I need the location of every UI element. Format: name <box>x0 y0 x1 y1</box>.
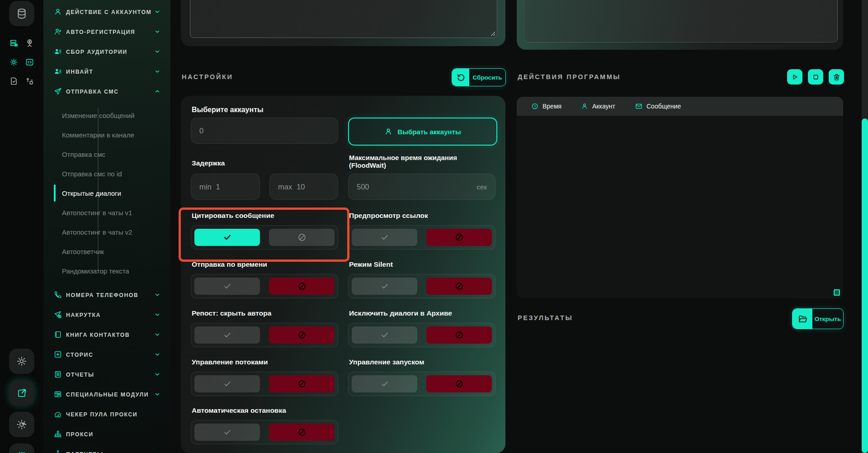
open-external-button[interactable] <box>9 380 34 406</box>
toggle-group-exclude-archive-dialogs <box>348 323 495 347</box>
play-icon <box>791 73 799 81</box>
contacts-book-icon <box>54 330 62 339</box>
chevron-down-icon <box>154 68 160 75</box>
toggle-group-link-preview <box>348 225 495 250</box>
toggle-yes-button[interactable] <box>194 424 260 441</box>
toggle-yes-button[interactable] <box>194 326 260 344</box>
settings-button[interactable] <box>9 349 34 374</box>
sidebar-item-send-sms[interactable]: ОТПРАВКА СМС <box>43 81 170 101</box>
database-button[interactable] <box>9 1 34 26</box>
toggle-label: Отправка по времени <box>192 260 267 269</box>
toggle-label: Цитировать сообщение <box>192 212 274 220</box>
document-check-icon[interactable] <box>9 77 18 85</box>
toggle-no-button[interactable] <box>269 278 335 295</box>
webcam-user-icon[interactable] <box>25 39 34 47</box>
floodwait-input[interactable]: 500 сек <box>348 174 495 200</box>
column-header-account: Аккаунт <box>581 97 615 116</box>
chevron-down-icon <box>154 351 160 358</box>
message-textarea[interactable] <box>190 0 497 38</box>
brightness-button[interactable] <box>9 412 34 437</box>
table-resize-handle[interactable] <box>834 289 840 296</box>
toggle-no-button[interactable] <box>426 375 492 392</box>
user-icon <box>54 8 62 16</box>
app-window: ДЕЙСТВИЕ С АККАУНТОМ АВТО-РЕГИСТРАЦИЯ СБ… <box>0 0 868 453</box>
accounts-input[interactable]: 0 <box>191 118 338 144</box>
open-results-button[interactable]: Открыть <box>792 308 844 329</box>
toggle-yes-button[interactable] <box>352 278 417 295</box>
sliders-button[interactable] <box>9 444 34 453</box>
toggle-label: Предпросмотр ссылок <box>349 212 428 220</box>
delay-max-input[interactable]: max10 <box>269 174 338 200</box>
sidebar-item-proxy-pool-checker[interactable]: ЧЕКЕР ПУЛА ПРОКСИ <box>43 404 170 424</box>
sidebar-subitem-autoresponder[interactable]: Автоответчик <box>43 242 161 261</box>
sidebar-item-special-modules[interactable]: СПЕЦИАЛЬНЫЕ МОДУЛИ <box>43 384 170 404</box>
sidebar-subitem-text-randomizer[interactable]: Рандомизатор текста <box>43 261 161 281</box>
toggle-yes-button[interactable] <box>194 229 260 246</box>
sidebar-item-auto-registration[interactable]: АВТО-РЕГИСТРАЦИЯ <box>43 22 170 42</box>
delete-button[interactable] <box>829 69 844 85</box>
toggle-yes-button[interactable] <box>352 229 417 246</box>
scrollbar-thumb[interactable] <box>862 118 868 453</box>
select-accounts-button[interactable]: Выбрать аккаунты <box>348 118 497 146</box>
swap-icon[interactable] <box>25 77 34 85</box>
gear-icon[interactable] <box>9 58 18 66</box>
ban-icon <box>455 282 464 291</box>
sidebar-subitem-autoposting-v2[interactable]: Автопостинг в чаты v2 <box>43 222 161 242</box>
toggle-yes-button[interactable] <box>352 326 417 344</box>
toggle-yes-button[interactable] <box>194 278 260 295</box>
server-check-icon[interactable] <box>9 39 18 47</box>
sidebar-item-account-actions[interactable]: ДЕЙСТВИЕ С АККАУНТОМ <box>43 2 170 22</box>
toggle-no-button[interactable] <box>426 326 492 344</box>
toggle-no-button[interactable] <box>269 229 335 246</box>
toggle-yes-button[interactable] <box>352 375 417 392</box>
chevron-up-icon <box>154 88 160 94</box>
sidebar-item-phone-numbers[interactable]: НОМЕРА ТЕЛЕФОНОВ <box>43 285 170 305</box>
sidebar-subitem-send-sms-by-id[interactable]: Отправка смс по id <box>43 164 161 184</box>
delay-min-input[interactable]: min1 <box>191 174 260 200</box>
check-icon <box>380 233 389 242</box>
ban-icon <box>455 379 464 388</box>
sidebar-subitem-channel-comments[interactable]: Комментарии в канале <box>43 125 161 145</box>
sidebar-item-invite[interactable]: ИНВАЙТ <box>43 61 170 81</box>
stop-button[interactable] <box>808 69 823 85</box>
toggle-group-quote-message <box>191 225 338 250</box>
ban-icon <box>297 233 307 242</box>
chevron-down-icon <box>154 331 160 338</box>
toggle-no-button[interactable] <box>269 326 335 344</box>
sidebar-item-contacts-book[interactable]: КНИГА КОНТАКТОВ <box>43 325 170 344</box>
play-button[interactable] <box>787 69 802 85</box>
sidebar-item-reports[interactable]: ОТЧЕТЫ <box>43 364 170 384</box>
toggle-label: Управление запуском <box>349 358 425 366</box>
user-icon <box>581 103 588 110</box>
sidebar-item-audience-collection[interactable]: СБОР АУДИТОРИИ <box>43 42 170 61</box>
sidebar-item-partners[interactable]: ПАРТНЕРЫ <box>43 444 170 453</box>
sidebar-subitem-open-dialogs[interactable]: Открытые диалоги <box>43 184 161 203</box>
sidebar-nav: ДЕЙСТВИЕ С АККАУНТОМ АВТО-РЕГИСТРАЦИЯ СБ… <box>43 0 170 453</box>
sidebar-item-boosting[interactable]: НАКРУТКА <box>43 305 170 325</box>
program-message-textarea[interactable] <box>524 0 838 42</box>
sidebar-item-proxy[interactable]: ПРОКСИ <box>43 424 170 444</box>
toggle-no-button[interactable] <box>269 424 335 441</box>
partners-icon <box>54 450 62 453</box>
sidebar-subitem-edit-messages[interactable]: Изменение сообщений <box>43 106 161 125</box>
toggle-label: Репост: скрыть автора <box>192 309 271 317</box>
reset-button[interactable]: Сбросить <box>452 68 506 86</box>
toggle-no-button[interactable] <box>426 278 492 295</box>
check-icon <box>380 330 389 340</box>
sidebar-item-stories[interactable]: СТОРИС <box>43 344 170 364</box>
toggle-no-button[interactable] <box>426 229 492 246</box>
settings-section-title: НАСТРОЙКИ <box>182 73 233 80</box>
sidebar-subitem-autoposting-v1[interactable]: Автопостинг в чаты v1 <box>43 203 161 222</box>
chevron-down-icon <box>154 371 160 378</box>
program-actions-title: ДЕЙСТВИЯ ПРОГРАММЫ <box>518 73 621 80</box>
phone-icon <box>54 291 62 299</box>
program-actions-table: Время Аккаунт Сообщение <box>517 97 843 298</box>
resize-handle-icon[interactable] <box>490 31 495 36</box>
toggle-no-button[interactable] <box>269 375 335 392</box>
user-icon <box>384 127 392 136</box>
message-card <box>181 0 505 46</box>
code-window-icon[interactable] <box>25 58 34 66</box>
toggle-yes-button[interactable] <box>194 375 260 392</box>
sidebar-subitem-send-sms[interactable]: Отправка смс <box>43 145 161 164</box>
ban-icon <box>455 233 464 242</box>
